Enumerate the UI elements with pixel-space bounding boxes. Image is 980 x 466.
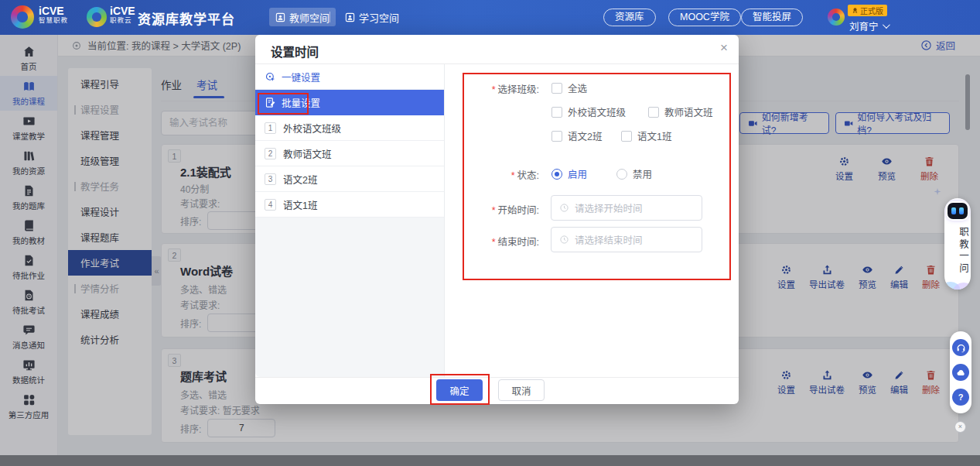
nav-divider bbox=[330, 12, 330, 22]
checkbox-icon bbox=[621, 131, 632, 142]
mini-logo-icon[interactable] bbox=[828, 9, 845, 26]
checkbox-class-yuwen1[interactable]: 语文1班 bbox=[621, 128, 671, 143]
brand-sub: 职教云 bbox=[110, 17, 135, 24]
nav-class-yuwen1[interactable]: 4 语文1班 bbox=[255, 192, 444, 218]
version-badge: 正式版 bbox=[848, 5, 887, 16]
dialog-header: 设置时间 × bbox=[255, 35, 739, 64]
mooc-college-button[interactable]: MOOC学院 bbox=[668, 9, 741, 26]
required-mark: * bbox=[492, 237, 496, 248]
robot-eye bbox=[951, 207, 956, 214]
nav-label: 外校语文班级 bbox=[283, 121, 341, 135]
floating-toolbar: ? bbox=[950, 331, 971, 413]
smart-cast-button[interactable]: 智能投屏 bbox=[741, 9, 803, 26]
start-time-placeholder: 请选择开始时间 bbox=[575, 200, 643, 215]
brand-zhihuizhijiao: iCVE 智慧职教 bbox=[39, 5, 68, 24]
cloud-download-icon bbox=[956, 368, 966, 378]
username: 刘育宁 bbox=[849, 19, 879, 33]
confirm-button[interactable]: 确定 bbox=[436, 379, 483, 401]
icve-swirl-logo bbox=[11, 5, 34, 29]
app-window: iCVE 智慧职教 iCVE 职教云 资源库教学平台 教师空间 学习空间 资源库… bbox=[0, 0, 980, 466]
required-mark: * bbox=[511, 170, 515, 181]
end-time-placeholder: 请选择结束时间 bbox=[575, 232, 643, 247]
checkbox-class-waixiao[interactable]: 外校语文班级 bbox=[551, 105, 626, 119]
user-menu[interactable]: 刘育宁 bbox=[849, 19, 888, 33]
assistant-label: 职教一问 bbox=[944, 223, 971, 279]
student-space-icon bbox=[345, 12, 355, 22]
start-time-label: *开始时间: bbox=[492, 202, 539, 217]
start-time-input[interactable]: 请选择开始时间 bbox=[551, 195, 702, 221]
checkbox-select-all[interactable]: 全选 bbox=[551, 81, 587, 95]
dialog-title: 设置时间 bbox=[271, 43, 319, 60]
brand-name: iCVE bbox=[110, 5, 135, 17]
nav-class-waixiao[interactable]: 1 外校语文班级 bbox=[255, 115, 444, 141]
checkbox-icon bbox=[551, 83, 562, 94]
sparkle-icon bbox=[933, 187, 942, 197]
brand-name: iCVE bbox=[39, 5, 68, 17]
teacher-space-icon bbox=[275, 12, 285, 22]
zhijiaoyun-logo bbox=[87, 7, 107, 27]
checkbox-icon bbox=[648, 107, 659, 118]
help-question-icon: ? bbox=[958, 392, 964, 402]
radio-label: 禁用 bbox=[633, 166, 652, 181]
batch-setting-icon bbox=[265, 97, 276, 108]
version-badge-label: 正式版 bbox=[860, 5, 883, 16]
select-class-label: *选择班级: bbox=[492, 81, 539, 96]
nav-teacher-space[interactable]: 教师空间 bbox=[269, 8, 336, 26]
checkbox-label: 教师语文班 bbox=[664, 105, 713, 119]
nav-label: 教师语文班 bbox=[283, 146, 332, 161]
class-number-badge: 1 bbox=[265, 122, 276, 134]
help-question-button[interactable]: ? bbox=[952, 389, 969, 406]
nav-label: 语文1班 bbox=[283, 197, 317, 212]
class-number-badge: 2 bbox=[265, 148, 276, 159]
top-header: iCVE 智慧职教 iCVE 职教云 资源库教学平台 教师空间 学习空间 资源库… bbox=[0, 0, 980, 35]
class-number-badge: 4 bbox=[265, 199, 276, 211]
required-mark: * bbox=[492, 205, 496, 216]
cloud-download-button[interactable] bbox=[952, 364, 969, 381]
required-mark: * bbox=[492, 84, 496, 95]
label-text: 选择班级: bbox=[498, 84, 539, 95]
cancel-button[interactable]: 取消 bbox=[498, 379, 545, 401]
class-number-badge: 3 bbox=[265, 173, 276, 185]
checkbox-label: 全选 bbox=[568, 81, 587, 95]
resource-library-button[interactable]: 资源库 bbox=[603, 9, 656, 26]
nav-class-yuwen2[interactable]: 3 语文2班 bbox=[255, 166, 444, 192]
brand-sub: 智慧职教 bbox=[39, 17, 68, 24]
set-time-dialog: 设置时间 × 一键设置 批量设置 1 外校语文班级 2 教师语文班 3 语文 bbox=[255, 35, 739, 404]
clock-icon bbox=[559, 235, 569, 245]
nav-class-jiaoshi[interactable]: 2 教师语文班 bbox=[255, 141, 444, 166]
nav-batch-setting[interactable]: 批量设置 bbox=[255, 90, 444, 115]
label-text: 结束时间: bbox=[498, 237, 539, 248]
assistant-widget[interactable]: 职教一问 bbox=[944, 198, 971, 290]
close-icon[interactable]: × bbox=[720, 41, 728, 54]
one-click-setting-icon bbox=[265, 71, 276, 83]
end-time-input[interactable]: 请选择结束时间 bbox=[551, 227, 702, 252]
checkbox-icon bbox=[551, 107, 562, 118]
support-headset-button[interactable] bbox=[952, 339, 969, 356]
nav-label: 一键设置 bbox=[282, 70, 320, 84]
checkbox-class-jiaoshi[interactable]: 教师语文班 bbox=[648, 105, 713, 119]
radio-status-enabled[interactable]: 启用 bbox=[551, 166, 587, 181]
robot-eye bbox=[959, 207, 964, 214]
radio-icon bbox=[616, 169, 627, 180]
checkbox-class-yuwen2[interactable]: 语文2班 bbox=[551, 128, 602, 143]
label-text: 状态: bbox=[517, 170, 539, 181]
robot-icon bbox=[948, 203, 968, 219]
floating-close-button[interactable]: × bbox=[954, 421, 966, 433]
nav-label: 批量设置 bbox=[282, 95, 320, 110]
nav-student-label: 学习空间 bbox=[359, 10, 399, 25]
dialog-side-nav: 一键设置 批量设置 1 外校语文班级 2 教师语文班 3 语文2班 4 语文1班 bbox=[255, 64, 445, 377]
app-title: 资源库教学平台 bbox=[138, 9, 235, 28]
radio-icon bbox=[551, 169, 562, 180]
nav-label: 语文2班 bbox=[283, 172, 317, 187]
batch-setting-form: *选择班级: 全选 外校语文班级 教师语文班 语文2班 语文1班 bbox=[445, 64, 739, 377]
nav-one-click-setting[interactable]: 一键设置 bbox=[255, 64, 444, 90]
dialog-footer: 确定 取消 bbox=[255, 377, 739, 404]
nav-teacher-label: 教师空间 bbox=[289, 10, 330, 25]
checkbox-label: 外校语文班级 bbox=[568, 105, 626, 119]
checkbox-label: 语文1班 bbox=[637, 128, 671, 143]
brand-zhijiaoyun: iCVE 职教云 bbox=[110, 5, 135, 24]
label-text: 开始时间: bbox=[498, 205, 539, 216]
checkbox-icon bbox=[551, 131, 562, 142]
radio-status-disabled[interactable]: 禁用 bbox=[616, 166, 652, 181]
nav-student-space[interactable]: 学习空间 bbox=[339, 8, 405, 26]
